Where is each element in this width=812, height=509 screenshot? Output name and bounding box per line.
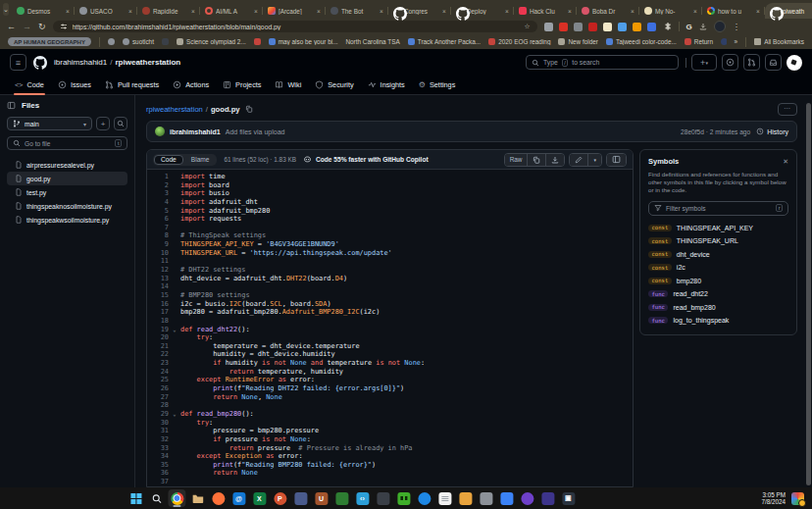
go-to-file-input[interactable]: Go to file t <box>7 136 127 150</box>
github-search-input[interactable]: Type / to search <box>526 55 679 70</box>
taskbar-app-blue-circle-icon[interactable] <box>415 489 432 507</box>
repo-tab-wiki[interactable]: Wiki <box>268 76 308 94</box>
copy-path-icon[interactable] <box>245 105 253 113</box>
page-scrollbar[interactable] <box>806 103 811 485</box>
code-line[interactable]: 17bmp280 = adafruit_bmp280.Adafruit_BMP2… <box>147 308 633 317</box>
symbol-item[interactable]: constdht_device <box>648 248 788 262</box>
browser-tab[interactable]: Hack Clu× <box>514 3 577 19</box>
tab-close-icon[interactable]: × <box>317 8 321 15</box>
line-number[interactable]: 34 <box>147 452 169 461</box>
line-number[interactable]: 19 <box>147 326 169 334</box>
line-number[interactable]: 9 <box>147 240 169 249</box>
line-number[interactable]: 3 <box>147 189 169 198</box>
bookmark-star-icon[interactable]: ☆ <box>524 23 530 30</box>
repo-tab-insights[interactable]: Insights <box>361 76 412 94</box>
bookmark-item[interactable]: New folder <box>558 38 598 45</box>
browser-tab[interactable]: The Bot× <box>326 3 388 19</box>
repo-tab-projects[interactable]: Projects <box>216 76 268 94</box>
line-number[interactable]: 1 <box>147 173 169 181</box>
line-number[interactable]: 11 <box>147 257 169 266</box>
commit-author-avatar[interactable] <box>155 127 165 136</box>
commit-message[interactable]: Add files via upload <box>226 128 285 135</box>
search-files-button[interactable] <box>114 117 127 130</box>
taskbar-powerpoint-icon[interactable]: P <box>271 489 288 507</box>
bookmark-item[interactable]: Surah Waqiah : Liste... <box>721 38 727 45</box>
tab-close-icon[interactable]: × <box>191 8 195 15</box>
line-number[interactable]: 18 <box>147 317 169 326</box>
line-number[interactable]: 35 <box>147 461 169 470</box>
ext-red-icon[interactable] <box>588 23 597 31</box>
code-line[interactable]: 25 except RuntimeError as error: <box>147 376 633 384</box>
code-line[interactable]: 33 return pressure # Pressure is already… <box>147 444 633 453</box>
line-number[interactable]: 21 <box>147 342 169 351</box>
download-file-icon[interactable] <box>545 154 564 166</box>
collapse-sidebar-icon[interactable] <box>7 101 16 110</box>
bookmark-item[interactable]: may also be your bi... <box>269 38 338 45</box>
copy-file-icon[interactable] <box>527 154 545 166</box>
tab-close-icon[interactable]: × <box>568 8 572 15</box>
browser-profile-avatar[interactable] <box>714 21 726 32</box>
browser-tab[interactable]: Congres× <box>388 3 451 19</box>
line-number[interactable]: 27 <box>147 393 169 402</box>
code-line[interactable]: 32 if pressure is not None: <box>147 435 633 444</box>
taskbar-app-grey-icon[interactable] <box>477 489 494 507</box>
taskbar-vscode-icon[interactable]: ‹› <box>353 489 371 507</box>
code-line[interactable]: 36 return None <box>147 469 633 478</box>
file-tree-item[interactable]: airpressuresealevel.py <box>7 158 127 172</box>
tab-close-icon[interactable]: × <box>756 8 760 15</box>
symbol-item[interactable]: funclog_to_thingspeak <box>648 314 788 328</box>
code-line[interactable]: 15# BMP280 settings <box>147 291 633 300</box>
code-line[interactable]: 14 <box>147 282 633 291</box>
g-profile-button[interactable]: G <box>686 23 692 31</box>
bookmark-item[interactable]: Track Another Packa... <box>408 38 481 45</box>
add-file-button[interactable]: + <box>96 117 110 130</box>
browser-tab[interactable]: AI/ML A× <box>200 3 263 19</box>
bookmark-item[interactable] <box>254 38 261 45</box>
line-number[interactable]: 5 <box>147 207 169 216</box>
file-tree-item[interactable]: thingspeakwsoilmoisture.py <box>7 213 127 227</box>
line-number[interactable]: 33 <box>147 444 169 453</box>
breadcrumb-repo-link[interactable]: rpiweatherstation <box>146 105 203 114</box>
line-number[interactable]: 20 <box>147 333 169 342</box>
ext-camera-icon[interactable] <box>574 23 583 31</box>
close-icon[interactable]: ✕ <box>783 158 788 166</box>
code-line[interactable]: 26 print(f"Reading DHT22 failed: {error.… <box>147 384 633 393</box>
hamburger-menu-icon[interactable]: ≡ <box>10 54 26 71</box>
code-line[interactable]: 19⌄def read_dht22(): <box>147 326 633 334</box>
line-number[interactable]: 10 <box>147 249 169 258</box>
line-number[interactable]: 2 <box>147 181 169 190</box>
all-bookmarks-button[interactable]: All Bookmarks <box>754 38 804 45</box>
taskbar-app-blue-square-icon[interactable] <box>291 489 309 507</box>
commit-author[interactable]: ibrahimshahid1 <box>170 128 221 135</box>
ext-cloud-icon[interactable] <box>618 23 627 31</box>
bookmark-pill[interactable]: AP HUMAN GEOGRAPHY <box>8 37 91 46</box>
code-line[interactable]: 30 try: <box>147 419 633 428</box>
back-icon[interactable]: ← <box>7 23 16 31</box>
tab-close-icon[interactable]: × <box>693 8 697 15</box>
browser-tab[interactable]: USACO× <box>75 3 137 19</box>
symbol-item[interactable]: consti2c <box>648 261 788 275</box>
line-number[interactable]: 32 <box>147 435 169 444</box>
code-tab[interactable]: Code <box>154 155 183 165</box>
taskbar-clock[interactable]: 3:05 PM 7/8/2024 <box>761 491 786 506</box>
code-line[interactable]: 11 <box>147 257 633 266</box>
taskbar-app-dark-icon[interactable] <box>374 489 391 507</box>
code-line[interactable]: 18 <box>147 317 633 326</box>
repo-tab-security[interactable]: Security <box>308 76 360 94</box>
tab-search-icon[interactable]: ⌄ <box>3 3 9 16</box>
fold-chevron-icon[interactable]: ⌄ <box>169 410 180 419</box>
taskbar-notepad-icon[interactable] <box>435 489 453 507</box>
inbox-icon[interactable] <box>765 54 782 71</box>
bookmarks-overflow-chevron[interactable]: » <box>735 38 738 45</box>
edit-pencil-icon[interactable] <box>570 154 587 166</box>
filter-symbols-input[interactable]: Filter symbols r <box>648 201 788 216</box>
line-number[interactable]: 13 <box>147 275 169 283</box>
owner-link[interactable]: ibrahimshahid1 <box>54 58 107 67</box>
line-number[interactable]: 7 <box>147 224 169 232</box>
bookmark-item[interactable] <box>108 38 115 45</box>
code-line[interactable]: 4import adafruit_dht <box>147 198 633 207</box>
browser-tab[interactable]: Desmos× <box>12 3 75 19</box>
tab-close-icon[interactable]: × <box>66 8 70 15</box>
file-tree-item[interactable]: good.py <box>7 172 127 185</box>
ext-card-icon[interactable] <box>603 23 612 31</box>
